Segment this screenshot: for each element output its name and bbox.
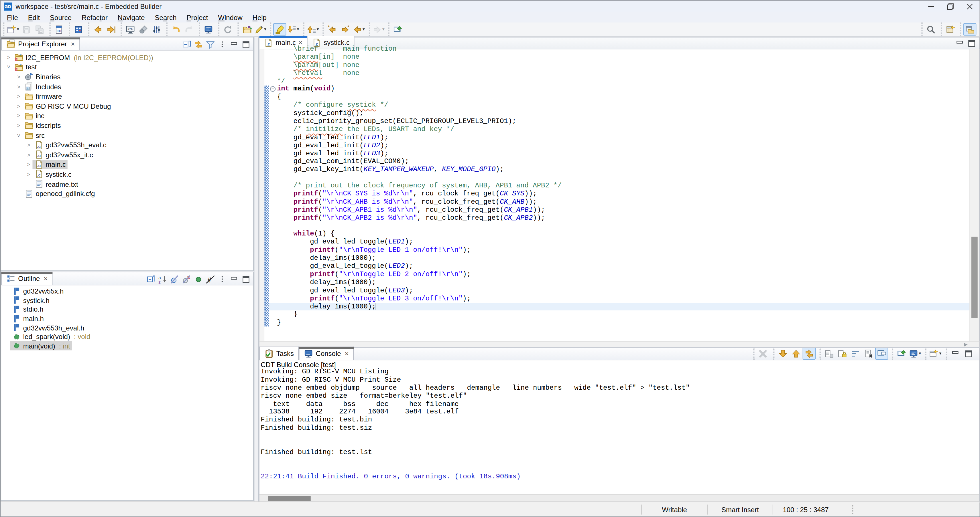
pin-editor-button[interactable]	[391, 23, 405, 36]
code-line[interactable]: printf("\r\nCK_SYS is %d\r\n", rcu_clock…	[269, 190, 970, 198]
undo-button[interactable]	[169, 23, 182, 36]
scroll-lock-button[interactable]	[875, 347, 888, 360]
terminal-button[interactable]: </>	[123, 23, 137, 36]
tree-item-openocd-gdlink-cfg[interactable]: openocd_gdlink.cfg	[1, 189, 253, 198]
code-line[interactable]: gd_eval_com_init(EVAL_COM0);	[269, 158, 970, 166]
prev-annotation-button[interactable]: ▾	[306, 23, 320, 36]
console-skip-button[interactable]	[803, 347, 816, 360]
next-edit-button[interactable]: *	[339, 23, 352, 36]
editor-horizontal-scrollbar[interactable]	[259, 341, 980, 348]
code-line[interactable]: \param[out] none	[269, 61, 970, 69]
menu-navigate[interactable]: Navigate	[113, 12, 150, 22]
collapse-all-button[interactable]	[181, 39, 192, 50]
code-line[interactable]: delay_1ms(1000);	[269, 278, 970, 286]
console-button[interactable]	[202, 23, 215, 36]
fold-collapse-icon[interactable]: −	[270, 86, 276, 92]
outline-item-gd32vw55x-h[interactable]: gd32vw55x.h	[1, 287, 253, 296]
code-line[interactable]: gd_eval_led_init(LED2);	[269, 142, 970, 150]
expander-icon[interactable]: >	[6, 63, 12, 71]
previous-edit-button[interactable]: *	[326, 23, 339, 36]
code-line[interactable]	[269, 174, 970, 182]
code-line[interactable]: printf("\r\nCK_APB1 is %d\r\n", rcu_cloc…	[269, 206, 970, 214]
tree-item-gd-risc-v-mcu-debug[interactable]: >GD RISC-V MCU Debug	[1, 101, 253, 111]
restore-window-button[interactable]	[941, 1, 960, 12]
code-line[interactable]: delay_1ms(1000);	[269, 303, 970, 311]
new-button[interactable]: ▾	[6, 23, 20, 36]
maximize-button[interactable]	[240, 274, 251, 285]
outline-item-main-void-[interactable]: main(void) : int	[1, 341, 253, 350]
outline-item-gd32vw553h-eval-h[interactable]: gd32vw553h_eval.h	[1, 323, 253, 332]
code-line[interactable]: while(1) {	[269, 230, 970, 238]
flash-left-button[interactable]	[91, 23, 104, 36]
back-history-button[interactable]: ▾	[352, 23, 366, 36]
forward-history-button[interactable]: ▾	[372, 23, 385, 36]
code-line[interactable]: printf("\r\nToggle LED 1 on/off!\r\n");	[269, 246, 970, 254]
code-line[interactable]: printf("\r\nCK_AHB is %d\r\n", rcu_clock…	[269, 198, 970, 206]
scroll-right-arrow-icon[interactable]	[964, 343, 968, 346]
open-console-button[interactable]: ▾	[929, 347, 942, 360]
flash-right-button[interactable]	[104, 23, 117, 36]
tree-item-test[interactable]: >Ctest	[1, 62, 253, 72]
code-line[interactable]: {	[269, 93, 970, 101]
code-line[interactable]: gd_eval_led_toggle(LED1);	[269, 238, 970, 246]
code-editor[interactable]: \brief main function \param[in] none \pa…	[259, 49, 980, 341]
tree-item-gd32vw55x-it-c[interactable]: >.cgd32vw55x_it.c	[1, 150, 253, 160]
collapse-all-button[interactable]	[145, 274, 156, 285]
expander-icon[interactable]: >	[25, 161, 32, 168]
code-line[interactable]: }	[269, 311, 970, 319]
console-tab-console[interactable]: Console×	[299, 346, 354, 360]
hide-fields-button[interactable]	[169, 274, 180, 285]
code-line[interactable]: systick_config();	[269, 109, 970, 117]
close-icon[interactable]: ×	[345, 350, 349, 357]
import-folder-button[interactable]	[240, 23, 253, 36]
menu-help[interactable]: Help	[247, 12, 272, 22]
expander-icon[interactable]: >	[15, 113, 22, 119]
next-console-button[interactable]	[776, 347, 789, 360]
view-menu-button[interactable]	[216, 274, 228, 285]
tree-item-readme-txt[interactable]: readme.txt	[1, 179, 253, 189]
pin-console-button[interactable]	[895, 347, 908, 360]
minimize-button[interactable]	[949, 347, 962, 360]
code-line[interactable]: }	[269, 319, 970, 327]
outline-item-main-h[interactable]: main.h	[1, 314, 253, 323]
expander-icon[interactable]: >	[15, 93, 22, 100]
display-console-button[interactable]: ▾	[908, 347, 921, 360]
outline-item-systick-h[interactable]: systick.h	[1, 296, 253, 305]
code-line[interactable]: \param[in] none	[269, 53, 970, 61]
code-line[interactable]: gd_eval_led_toggle(LED3);	[269, 286, 970, 294]
save-all-button[interactable]	[33, 23, 46, 36]
search-button[interactable]	[924, 23, 938, 36]
link-with-editor-button[interactable]	[192, 39, 204, 50]
expander-icon[interactable]: >	[16, 132, 22, 139]
next-annotation-button[interactable]: ▾	[286, 23, 300, 36]
tree-item-systick-c[interactable]: >.csystick.c	[1, 170, 253, 179]
code-line[interactable]: −int main(void)	[269, 85, 970, 93]
maximize-button[interactable]	[962, 347, 975, 360]
tree-item-src[interactable]: >src	[1, 130, 253, 140]
expander-icon[interactable]: >	[25, 152, 32, 158]
code-line[interactable]: gd_eval_led_init(LED1);	[269, 133, 970, 142]
build-button[interactable]	[72, 23, 85, 36]
code-line[interactable]: /* initilize the LEDs, USART and key */	[269, 125, 970, 133]
code-line[interactable]: gd_eval_led_init(LED3);	[269, 150, 970, 158]
code-line[interactable]: /* configure systick */	[269, 101, 970, 109]
save-button[interactable]	[20, 23, 33, 36]
clear-console-button[interactable]	[862, 347, 875, 360]
outline-item-stdio-h[interactable]: stdio.h	[1, 305, 253, 314]
editor-vertical-scrollbar[interactable]	[969, 49, 979, 341]
tab-project-explorer[interactable]: Project Explorer ×	[1, 37, 80, 50]
tree-item-ldscripts[interactable]: >ldscripts	[1, 121, 253, 130]
maximize-button[interactable]	[240, 39, 251, 50]
expander-icon[interactable]: >	[15, 122, 22, 129]
hide-inactive-button[interactable]: #	[204, 274, 216, 285]
redo-button[interactable]	[182, 23, 195, 36]
prev-console-button[interactable]	[789, 347, 803, 360]
tree-item-includes[interactable]: >hIncludes	[1, 81, 253, 91]
menu-file[interactable]: File	[2, 12, 23, 22]
minimize-window-button[interactable]	[921, 1, 941, 12]
console-tab-tasks[interactable]: Tasks	[259, 346, 299, 360]
menu-source[interactable]: Source	[45, 12, 77, 22]
settings-sliders-button[interactable]	[150, 23, 163, 36]
code-line[interactable]: printf("\r\nToggle LED 2 on/off!\r\n");	[269, 270, 970, 278]
code-line[interactable]: eclic_priority_group_set(ECLIC_PRIGROUP_…	[269, 117, 970, 125]
